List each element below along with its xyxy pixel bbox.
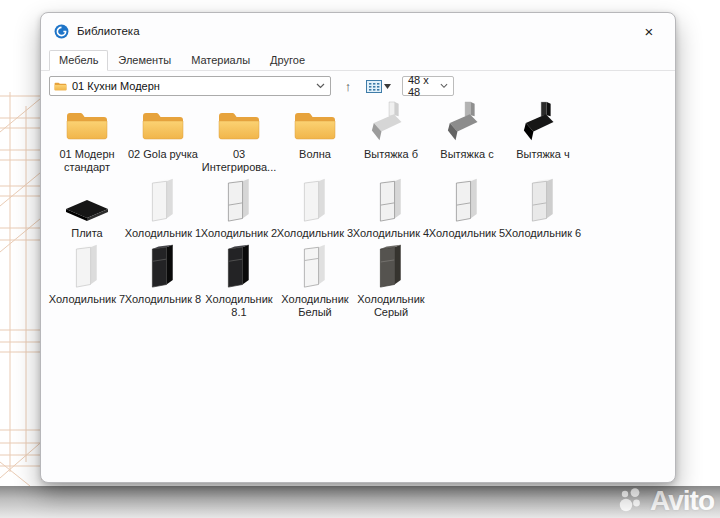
chevron-down-icon xyxy=(316,83,325,89)
library-item-label: Холодильник Белый xyxy=(275,293,355,319)
library-item-label: Вытяжка б xyxy=(351,148,431,161)
tab-bar: Мебель Элементы Материалы Другое xyxy=(41,49,675,71)
chevron-down-icon xyxy=(440,83,448,89)
tab-furniture[interactable]: Мебель xyxy=(49,50,108,71)
folder-icon xyxy=(293,109,337,143)
library-item[interactable]: Вытяжка б xyxy=(353,99,429,174)
fridge-icon-box xyxy=(527,178,559,222)
library-item-label: Холодильник 5 xyxy=(427,227,507,240)
library-item-label: Холодильник 1 xyxy=(123,227,203,240)
library-item-label: Холодильник Серый xyxy=(351,293,431,319)
avito-watermark-text: Avito xyxy=(650,485,714,517)
fridge-icon-box xyxy=(147,178,179,222)
fridge-icon-box xyxy=(299,244,331,288)
cooker-hood-icon xyxy=(444,101,490,143)
library-item[interactable]: Холодильник 7 xyxy=(49,244,125,319)
tab-other[interactable]: Другое xyxy=(260,50,315,71)
photo-shadow-band xyxy=(0,486,720,518)
avito-watermark: Avito xyxy=(619,485,714,517)
window-title: Библиотека xyxy=(77,25,140,37)
hood-icon-box xyxy=(444,99,490,143)
app-icon xyxy=(54,24,69,39)
library-item[interactable]: 01 Модерн стандарт xyxy=(49,99,125,174)
fridge-icon-box xyxy=(147,244,179,288)
tab-elements[interactable]: Элементы xyxy=(108,50,181,71)
library-grid-items: 01 Модерн стандарт 02 Gola ручка 03 Инте… xyxy=(49,99,589,319)
library-item[interactable]: 02 Gola ручка xyxy=(125,99,201,174)
fridge-icon-box xyxy=(223,244,255,288)
fridge-icon-box xyxy=(299,178,331,222)
library-item[interactable]: Холодильник 4 xyxy=(353,178,429,240)
library-item[interactable]: Холодильник 5 xyxy=(429,178,505,240)
fridge-icon xyxy=(71,242,103,288)
library-window: Библиотека × Мебель Элементы Материалы Д… xyxy=(40,12,676,483)
fridge-icon xyxy=(527,176,559,222)
library-item[interactable]: Волна xyxy=(277,99,353,174)
folder-icon xyxy=(141,109,185,143)
library-item-label: Холодильник 3 xyxy=(275,227,355,240)
library-item[interactable]: Холодильник Белый xyxy=(277,244,353,319)
fridge-icon xyxy=(299,176,331,222)
tab-materials[interactable]: Материалы xyxy=(181,50,260,71)
cooker-hood-icon xyxy=(368,101,414,143)
library-item-label: Вытяжка с xyxy=(427,148,507,161)
library-item-label: 03 Интегрирова... xyxy=(199,148,279,174)
fridge-icon-box xyxy=(375,244,407,288)
library-item[interactable]: Холодильник 1 xyxy=(125,178,201,240)
library-item[interactable]: Холодильник Серый xyxy=(353,244,429,319)
titlebar[interactable]: Библиотека × xyxy=(41,13,675,49)
fridge-icon xyxy=(299,242,331,288)
desktop-background: Avito Библиотека × Мебель Элементы Матер… xyxy=(0,0,720,518)
library-item[interactable]: 03 Интегрирова... xyxy=(201,99,277,174)
library-item-label: Плита xyxy=(47,227,127,240)
library-item[interactable]: Холодильник 8.1 xyxy=(201,244,277,319)
library-item[interactable]: Холодильник 8 xyxy=(125,244,201,319)
up-level-button[interactable]: ↑ xyxy=(337,79,359,94)
fridge-icon-box xyxy=(223,178,255,222)
library-item-label: Вытяжка ч xyxy=(503,148,583,161)
library-item-label: Волна xyxy=(275,148,355,161)
fridge-icon xyxy=(375,176,407,222)
folder-icon-box xyxy=(293,99,337,143)
library-item[interactable]: Холодильник 2 xyxy=(201,178,277,240)
fridge-icon-box xyxy=(71,244,103,288)
fridge-icon xyxy=(223,242,255,288)
fridge-icon xyxy=(223,176,255,222)
folder-icon-box xyxy=(65,99,109,143)
fridge-icon-box xyxy=(451,178,483,222)
icon-size-select[interactable]: 48 x 48 xyxy=(402,76,454,96)
library-item[interactable]: Холодильник 3 xyxy=(277,178,353,240)
category-combobox[interactable]: 01 Кухни Модерн xyxy=(49,76,331,96)
icon-size-value: 48 x 48 xyxy=(408,74,440,98)
library-item-label: 01 Модерн стандарт xyxy=(47,148,127,174)
library-item-label: Холодильник 8 xyxy=(123,293,203,306)
library-item-label: 02 Gola ручка xyxy=(123,148,203,161)
fridge-icon xyxy=(147,242,179,288)
fridge-icon xyxy=(147,176,179,222)
cooktop-icon-box xyxy=(64,178,110,222)
library-item[interactable]: Холодильник 6 xyxy=(505,178,581,240)
toolbar: 01 Кухни Модерн ↑ xyxy=(41,71,675,99)
avito-logo-icon xyxy=(619,488,645,514)
fridge-icon-box xyxy=(375,178,407,222)
hood-icon-box xyxy=(368,99,414,143)
folder-icon xyxy=(217,109,261,143)
fridge-icon xyxy=(451,176,483,222)
cooker-hood-icon xyxy=(520,101,566,143)
grid-view-icon xyxy=(366,80,382,93)
library-item-label: Холодильник 4 xyxy=(351,227,431,240)
library-item-label: Холодильник 7 xyxy=(47,293,127,306)
hood-icon-box xyxy=(520,99,566,143)
library-item-label: Холодильник 8.1 xyxy=(199,293,279,319)
folder-small-icon xyxy=(54,81,67,92)
library-item[interactable]: Вытяжка ч xyxy=(505,99,581,174)
library-item[interactable]: Вытяжка с xyxy=(429,99,505,174)
category-combobox-value: 01 Кухни Модерн xyxy=(72,80,160,92)
close-button[interactable]: × xyxy=(631,18,667,44)
folder-icon-box xyxy=(141,99,185,143)
cooktop-icon xyxy=(64,196,110,222)
library-item-label: Холодильник 6 xyxy=(503,227,583,240)
dropdown-caret-icon xyxy=(384,84,391,89)
library-item[interactable]: Плита xyxy=(49,178,125,240)
view-mode-button[interactable] xyxy=(364,78,393,95)
